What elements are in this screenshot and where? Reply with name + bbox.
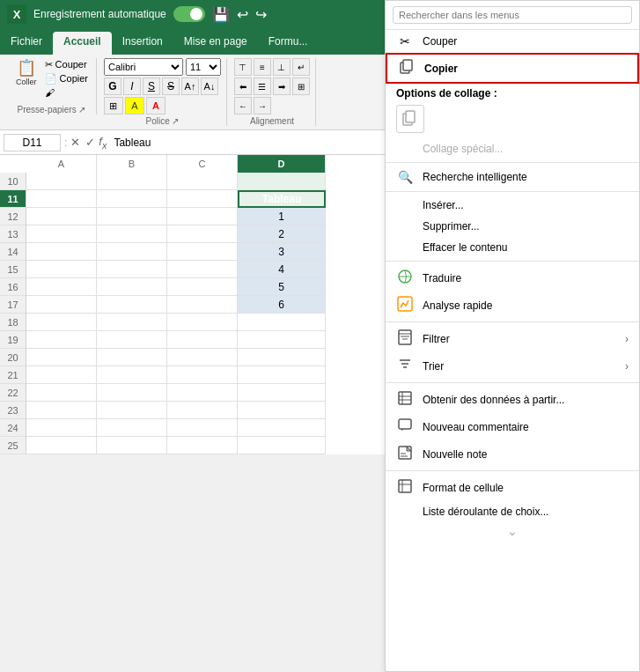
cell-d21[interactable] — [238, 366, 326, 384]
cell-c25[interactable] — [167, 437, 238, 454]
cell-c13[interactable] — [167, 225, 238, 243]
context-item-couper[interactable]: ✂ Couper — [386, 30, 639, 53]
cell-a11[interactable] — [26, 190, 97, 208]
context-item-format[interactable]: Format de cellule — [386, 474, 639, 501]
context-search-input[interactable] — [393, 6, 632, 24]
tab-fichier[interactable]: Fichier — [0, 32, 53, 55]
wrap-text-btn[interactable]: ↵ — [292, 58, 310, 76]
font-name-select[interactable]: Calibri — [104, 58, 183, 76]
redo-icon[interactable]: ↪ — [255, 6, 267, 23]
context-item-liste[interactable]: Liste déroulante de choix... — [386, 501, 639, 522]
cell-b11[interactable] — [97, 190, 167, 208]
grow-font-button[interactable]: A↑ — [181, 78, 199, 95]
cell-d11[interactable]: Tableau — [238, 190, 326, 208]
context-item-recherche[interactable]: 🔍 Recherche intelligente — [386, 166, 639, 188]
context-item-supprimer[interactable]: Supprimer... — [386, 216, 639, 237]
cell-d13[interactable]: 2 — [238, 225, 326, 243]
cell-a19[interactable] — [26, 331, 97, 349]
context-item-copier[interactable]: Copier — [386, 53, 639, 84]
cell-d24[interactable] — [238, 419, 326, 437]
cell-a15[interactable] — [26, 261, 97, 278]
context-item-obtenir[interactable]: Obtenir des données à partir... — [386, 386, 639, 413]
cell-d16[interactable]: 5 — [238, 278, 326, 296]
cell-a22[interactable] — [26, 384, 97, 402]
cell-b21[interactable] — [97, 366, 167, 384]
cell-d19[interactable] — [238, 331, 326, 349]
align-right-btn[interactable]: ➡ — [273, 78, 291, 95]
cell-c23[interactable] — [167, 402, 238, 419]
cell-a18[interactable] — [26, 314, 97, 331]
tab-formule[interactable]: Formu... — [258, 32, 319, 55]
border-button[interactable]: ⊞ — [104, 97, 123, 114]
cell-a13[interactable] — [26, 225, 97, 243]
cell-c14[interactable] — [167, 243, 238, 261]
cell-b15[interactable] — [97, 261, 167, 278]
cell-b22[interactable] — [97, 384, 167, 402]
cell-b10[interactable] — [97, 173, 167, 190]
align-center-btn[interactable]: ☰ — [254, 78, 271, 95]
align-bottom-btn[interactable]: ⊥ — [273, 58, 291, 76]
cell-d14[interactable]: 3 — [238, 243, 326, 261]
merge-btn[interactable]: ⊞ — [292, 78, 310, 95]
context-item-trier[interactable]: Trier › — [386, 352, 639, 380]
cell-c22[interactable] — [167, 384, 238, 402]
bold-button[interactable]: G — [104, 78, 121, 95]
font-size-select[interactable]: 11 — [186, 58, 221, 76]
cell-d18[interactable] — [238, 314, 326, 331]
align-middle-btn[interactable]: ≡ — [254, 58, 271, 76]
context-item-effacer[interactable]: Effacer le contenu — [386, 237, 639, 258]
context-item-note[interactable]: Nouvelle note — [386, 440, 639, 468]
format-pinceau-btn[interactable]: 🖌 — [42, 86, 91, 99]
cell-d17[interactable]: 6 — [238, 296, 326, 314]
underline-button[interactable]: S — [143, 78, 160, 95]
cell-a10[interactable] — [26, 173, 97, 190]
cell-a14[interactable] — [26, 243, 97, 261]
couper-small-btn[interactable]: ✂ Couper — [42, 58, 91, 71]
cell-reference[interactable]: D11 — [4, 134, 61, 151]
fill-color-button[interactable]: A — [125, 97, 144, 114]
autosave-toggle[interactable] — [173, 6, 205, 22]
cell-d22[interactable] — [238, 384, 326, 402]
align-left-btn[interactable]: ⬅ — [234, 78, 252, 95]
context-item-analyse[interactable]: Analyse rapide — [386, 292, 639, 319]
cell-c21[interactable] — [167, 366, 238, 384]
coller-button[interactable]: 📋 Coller — [12, 58, 40, 88]
font-color-button[interactable]: A — [146, 97, 166, 114]
context-item-commentaire[interactable]: Nouveau commentaire — [386, 413, 639, 440]
cell-b24[interactable] — [97, 419, 167, 437]
cell-a12[interactable] — [26, 208, 97, 225]
shrink-font-button[interactable]: A↓ — [201, 78, 218, 95]
context-item-filtrer[interactable]: Filtrer › — [386, 325, 639, 352]
tab-mise-en-page[interactable]: Mise en page — [173, 32, 258, 55]
cell-a24[interactable] — [26, 419, 97, 437]
cell-c11[interactable] — [167, 190, 238, 208]
cell-d10[interactable] — [238, 173, 326, 190]
cell-b19[interactable] — [97, 331, 167, 349]
cell-c19[interactable] — [167, 331, 238, 349]
cell-b20[interactable] — [97, 349, 167, 366]
cell-a23[interactable] — [26, 402, 97, 419]
align-top-btn[interactable]: ⊤ — [234, 58, 252, 76]
cell-b17[interactable] — [97, 296, 167, 314]
undo-icon[interactable]: ↩ — [237, 6, 248, 23]
cell-d23[interactable] — [238, 402, 326, 419]
cell-b18[interactable] — [97, 314, 167, 331]
cell-c24[interactable] — [167, 419, 238, 437]
cell-d12[interactable]: 1 — [238, 208, 326, 225]
cell-a21[interactable] — [26, 366, 97, 384]
indent-left-btn[interactable]: ← — [234, 97, 252, 114]
cell-a20[interactable] — [26, 349, 97, 366]
cell-c20[interactable] — [167, 349, 238, 366]
cell-c10[interactable] — [167, 173, 238, 190]
cell-c17[interactable] — [167, 296, 238, 314]
cell-b14[interactable] — [97, 243, 167, 261]
cell-a17[interactable] — [26, 296, 97, 314]
context-item-inserer[interactable]: Insérer... — [386, 195, 639, 216]
paste-default-btn[interactable] — [396, 105, 424, 133]
context-item-traduire[interactable]: Traduire — [386, 264, 639, 292]
cell-b12[interactable] — [97, 208, 167, 225]
cell-c18[interactable] — [167, 314, 238, 331]
cell-d25[interactable] — [238, 437, 326, 454]
tab-accueil[interactable]: Accueil — [53, 32, 112, 55]
cell-d20[interactable] — [238, 349, 326, 366]
